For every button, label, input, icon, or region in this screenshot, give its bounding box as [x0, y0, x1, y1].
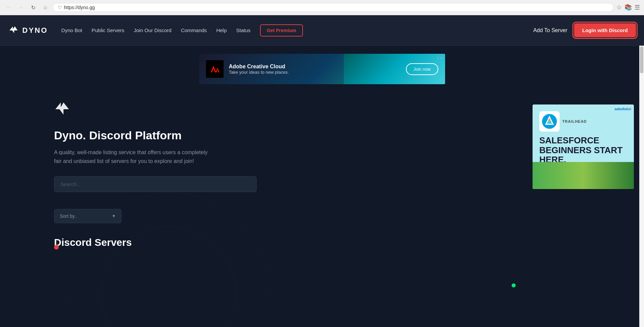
back-button[interactable]: ← — [4, 3, 14, 12]
refresh-button[interactable]: ↻ — [28, 3, 38, 12]
hero-title: Dyno. Discord Platform — [54, 129, 590, 142]
header-right: Add To Server Login with Discord — [533, 23, 636, 37]
logo[interactable]: DYNO — [8, 25, 48, 36]
sort-label: Sort by.. — [60, 213, 77, 219]
address-bar[interactable]: 🛡 https://dyno.gg — [53, 3, 614, 12]
scrollbar-thumb[interactable] — [640, 46, 643, 73]
logo-text: DYNO — [22, 26, 48, 35]
svg-marker-2 — [55, 102, 69, 115]
side-ad: ℹ ✕ salesforce TRAILHEAD SALESFORCE BEGI… — [533, 104, 634, 189]
hero-logo-icon — [54, 101, 70, 117]
lock-icon: 🛡 — [58, 5, 62, 10]
side-ad-header: TRAILHEAD — [539, 111, 627, 132]
side-ad-title: SALESFORCE BEGINNERS START HERE. — [539, 136, 627, 165]
side-ad-close-icons: ℹ ✕ — [626, 107, 632, 111]
trailhead-logo — [539, 111, 560, 132]
search-placeholder: Search... — [60, 181, 81, 187]
ad-subtitle: Take your ideas to new places. — [229, 70, 401, 75]
add-to-server-link[interactable]: Add To Server — [533, 27, 567, 33]
login-discord-button[interactable]: Login with Discord — [574, 23, 636, 37]
dyno-logo-icon — [8, 25, 19, 36]
site-header: DYNO Dyno Bot Public Servers Join Our Di… — [0, 15, 644, 46]
browser-right-icons: ☆ 📚 ☰ — [616, 4, 640, 11]
star-icon[interactable]: ☆ — [616, 4, 622, 11]
sort-dropdown[interactable]: Sort by.. ▼ — [54, 209, 122, 223]
ad-close-icons: ℹ ✕ — [437, 56, 443, 60]
url-text: https://dyno.gg — [64, 5, 95, 10]
get-premium-button[interactable]: Get Premium — [260, 24, 303, 37]
section-title: Discord Servers — [54, 237, 132, 248]
ad-banner: Adobe Creative Cloud Take your ideas to … — [199, 54, 445, 84]
menu-icon[interactable]: ☰ — [635, 4, 640, 11]
nav-public-servers[interactable]: Public Servers — [92, 27, 124, 33]
pocket-icon[interactable]: 📚 — [624, 4, 632, 11]
hero-section: Dyno. Discord Platform A quality, well-m… — [0, 84, 644, 258]
svg-point-6 — [548, 119, 550, 121]
forward-button[interactable]: → — [16, 3, 26, 12]
chevron-down-icon: ▼ — [112, 214, 116, 218]
green-dot-decoration — [512, 283, 516, 287]
svg-marker-0 — [9, 26, 18, 33]
ad-title: Adobe Creative Cloud — [229, 64, 401, 70]
browser-chrome: ← → ↻ ⌂ 🛡 https://dyno.gg ☆ 📚 ☰ — [0, 0, 644, 15]
nav-help[interactable]: Help — [216, 27, 227, 33]
hero-subtitle: A quality, well-made listing service tha… — [54, 148, 216, 165]
main-content: Adobe Creative Cloud Take your ideas to … — [0, 46, 644, 327]
scrollbar[interactable] — [639, 46, 644, 327]
ad-join-button[interactable]: Join now — [406, 63, 438, 75]
ad-text: Adobe Creative Cloud Take your ideas to … — [229, 64, 401, 75]
side-ad-bottom-image — [533, 162, 634, 189]
main-nav: Dyno Bot Public Servers Join Our Discord… — [61, 24, 533, 37]
nav-dyno-bot[interactable]: Dyno Bot — [61, 27, 82, 33]
side-ad-brand-text: TRAILHEAD — [562, 119, 587, 123]
adobe-logo — [206, 60, 224, 78]
nav-commands[interactable]: Commands — [181, 27, 207, 33]
search-bar[interactable]: Search... — [54, 176, 257, 192]
nav-join-discord[interactable]: Join Our Discord — [134, 27, 172, 33]
home-button[interactable]: ⌂ — [41, 3, 50, 12]
nav-status[interactable]: Status — [236, 27, 251, 33]
